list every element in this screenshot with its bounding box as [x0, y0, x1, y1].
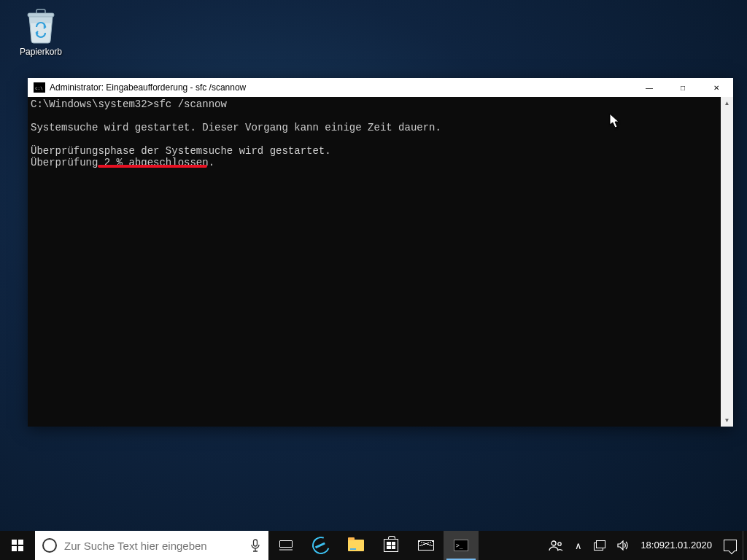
annotation-underline: [98, 165, 207, 168]
volume-button[interactable]: [611, 531, 635, 560]
terminal-output[interactable]: C:\Windows\system32>sfc /scannow Systems…: [28, 97, 721, 427]
people-button[interactable]: [543, 531, 569, 560]
svg-point-2: [551, 541, 556, 545]
edge-icon: [309, 534, 333, 557]
maximize-button[interactable]: □: [666, 78, 700, 97]
svg-point-3: [558, 542, 561, 545]
clock-time: 18:09: [640, 540, 665, 551]
cmd-prompt: C:\Windows\system32>: [31, 98, 153, 110]
cmd-line-phase: Überprüfungsphase der Systemsuche wird g…: [31, 145, 331, 157]
system-tray: ∧ 18:09 21.01.2020: [543, 531, 747, 560]
recycle-bin[interactable]: Papierkorb: [15, 7, 67, 57]
clock-date: 21.01.2020: [665, 540, 712, 551]
taskbar: ∧ 18:09 21.01.2020: [0, 531, 747, 560]
folder-icon: [348, 540, 364, 551]
notification-icon: [724, 540, 737, 551]
taskbar-store[interactable]: [374, 531, 409, 560]
cmd-line-start: Systemsuche wird gestartet. Dieser Vorga…: [31, 122, 441, 133]
scroll-down-button[interactable]: ▼: [721, 414, 733, 427]
network-icon: [594, 540, 605, 551]
start-button[interactable]: [0, 531, 35, 560]
taskbar-file-explorer[interactable]: [338, 531, 374, 560]
clock[interactable]: 18:09 21.01.2020: [635, 531, 718, 560]
recycle-bin-icon: [22, 7, 60, 45]
cmd-command: sfc /scannow: [153, 98, 227, 110]
taskbar-edge[interactable]: [303, 531, 338, 560]
cmd-icon: [34, 82, 45, 93]
scroll-up-button[interactable]: ▲: [721, 97, 733, 109]
cortana-icon: [42, 538, 57, 553]
titlebar[interactable]: Administrator: Eingabeaufforderung - sfc…: [28, 78, 733, 97]
tray-overflow-button[interactable]: ∧: [569, 531, 588, 560]
microphone-icon[interactable]: [242, 539, 268, 552]
search-input[interactable]: [64, 540, 242, 552]
task-view-button[interactable]: [268, 531, 303, 560]
minimize-button[interactable]: —: [632, 78, 666, 97]
scrollbar[interactable]: ▲ ▼: [721, 97, 733, 427]
search-box[interactable]: [35, 531, 268, 560]
store-icon: [384, 539, 398, 552]
taskbar-mail[interactable]: [409, 531, 444, 560]
network-button[interactable]: [588, 531, 611, 560]
svg-rect-1: [254, 540, 258, 546]
window-title: Administrator: Eingabeaufforderung - sfc…: [50, 82, 632, 93]
command-prompt-window: Administrator: Eingabeaufforderung - sfc…: [28, 78, 733, 427]
recycle-bin-label: Papierkorb: [15, 47, 67, 57]
taskbar-cmd[interactable]: [444, 531, 479, 560]
action-center-button[interactable]: [718, 531, 743, 560]
windows-logo-icon: [12, 540, 23, 551]
task-view-icon: [279, 540, 293, 551]
svg-rect-0: [28, 13, 54, 17]
close-button[interactable]: ✕: [700, 78, 733, 97]
mail-icon: [418, 540, 434, 551]
show-desktop-button[interactable]: [743, 531, 747, 560]
cmd-taskbar-icon: [454, 540, 468, 551]
